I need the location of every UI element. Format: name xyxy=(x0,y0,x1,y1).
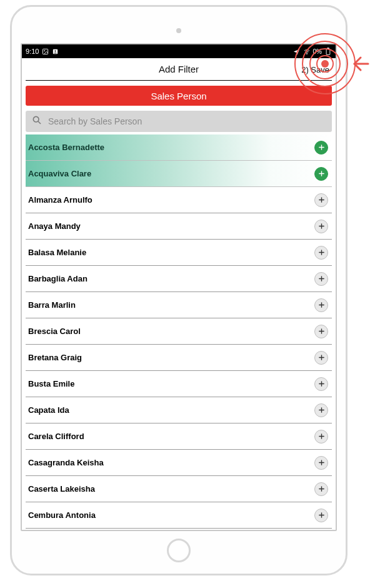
list-item[interactable]: Anaya Mandy xyxy=(26,213,332,240)
add-button[interactable] xyxy=(314,403,328,417)
salesperson-name: Busta Emile xyxy=(28,379,74,388)
list-item[interactable]: Balasa Melanie xyxy=(26,240,332,266)
add-button[interactable] xyxy=(314,456,328,470)
svg-point-3 xyxy=(54,50,56,51)
list-item[interactable]: Busta Emile xyxy=(26,371,332,397)
svg-point-1 xyxy=(44,50,45,51)
battery-level: 0% xyxy=(313,48,322,55)
list-item[interactable]: Casagranda Keisha xyxy=(26,450,332,476)
add-button[interactable] xyxy=(314,246,328,260)
salesperson-name: Accosta Bernadette xyxy=(28,143,104,152)
add-button[interactable] xyxy=(314,193,328,207)
list-item[interactable]: Barbaglia Adan xyxy=(26,266,332,292)
tablet-camera-icon xyxy=(176,28,181,33)
svg-rect-0 xyxy=(42,49,48,54)
add-button[interactable] xyxy=(314,220,328,233)
salesperson-name: Anaya Mandy xyxy=(28,221,81,231)
tablet-frame: 9:10 0% xyxy=(10,5,348,575)
filter-banner[interactable]: Sales Person xyxy=(26,86,332,106)
list-item[interactable]: Cembura Antonia xyxy=(26,502,332,529)
salesperson-name: Barbaglia Adan xyxy=(28,274,88,283)
list-item[interactable]: Almanza Arnulfo xyxy=(26,187,332,213)
list-item[interactable]: Acquaviva Clare xyxy=(26,161,332,187)
salesperson-name: Carela Clifford xyxy=(28,432,84,441)
svg-rect-6 xyxy=(328,48,329,48)
add-button[interactable] xyxy=(314,325,328,338)
list-item[interactable]: Capata Ida xyxy=(26,397,332,423)
filter-banner-label: Sales Person xyxy=(151,91,206,101)
svg-rect-5 xyxy=(326,49,330,54)
status-left: 9:10 xyxy=(26,48,59,55)
status-clock: 9:10 xyxy=(26,48,39,55)
add-button[interactable] xyxy=(314,298,328,312)
salesperson-name: Caserta Lakeisha xyxy=(28,484,95,494)
app-header: Add Filter 2) Save xyxy=(26,58,332,81)
save-button[interactable]: 2) Save xyxy=(301,64,329,74)
salesperson-name: Cembura Antonia xyxy=(28,510,96,520)
battery-icon xyxy=(324,48,332,55)
salesperson-list: Accosta BernadetteAcquaviva ClareAlmanza… xyxy=(22,134,336,530)
salesperson-name: Balasa Melanie xyxy=(28,248,86,257)
add-button[interactable] xyxy=(314,482,328,496)
salesperson-name: Bretana Graig xyxy=(28,353,82,362)
pointer-arrow-icon xyxy=(348,51,370,76)
page-title: Add Filter xyxy=(159,64,199,74)
add-button[interactable] xyxy=(314,272,328,286)
added-icon[interactable] xyxy=(314,141,328,155)
list-item[interactable]: Bretana Graig xyxy=(26,345,332,371)
add-button[interactable] xyxy=(314,430,328,444)
add-button[interactable] xyxy=(314,509,328,522)
list-item[interactable]: Carela Clifford xyxy=(26,423,332,450)
status-right: 0% xyxy=(293,48,332,55)
image-icon xyxy=(41,48,49,55)
status-bar: 9:10 0% xyxy=(22,44,336,58)
list-item[interactable]: Accosta Bernadette xyxy=(26,134,332,161)
list-item[interactable]: Caserta Lakeisha xyxy=(26,476,332,502)
list-item[interactable]: Barra Marlin xyxy=(26,292,332,318)
svg-point-4 xyxy=(306,53,307,54)
svg-point-7 xyxy=(33,116,39,122)
search-icon xyxy=(32,115,42,128)
airplane-mode-icon xyxy=(293,48,301,55)
salesperson-name: Casagranda Keisha xyxy=(28,458,104,467)
salesperson-name: Brescia Carol xyxy=(28,327,81,336)
add-button[interactable] xyxy=(314,351,328,365)
add-button[interactable] xyxy=(314,377,328,391)
person-icon xyxy=(51,48,59,55)
list-item[interactable]: Corvera Lorna xyxy=(26,529,332,530)
salesperson-name: Barra Marlin xyxy=(28,300,76,310)
search-bar[interactable] xyxy=(26,111,332,132)
wifi-icon xyxy=(303,48,311,55)
salesperson-name: Almanza Arnulfo xyxy=(28,195,92,205)
svg-line-8 xyxy=(38,121,41,124)
search-input[interactable] xyxy=(48,116,326,126)
list-item[interactable]: Brescia Carol xyxy=(26,318,332,345)
home-button[interactable] xyxy=(167,539,191,562)
screen: 9:10 0% xyxy=(21,43,337,531)
salesperson-name: Acquaviva Clare xyxy=(28,169,91,178)
salesperson-name: Capata Ida xyxy=(28,405,69,415)
added-icon[interactable] xyxy=(314,167,328,181)
